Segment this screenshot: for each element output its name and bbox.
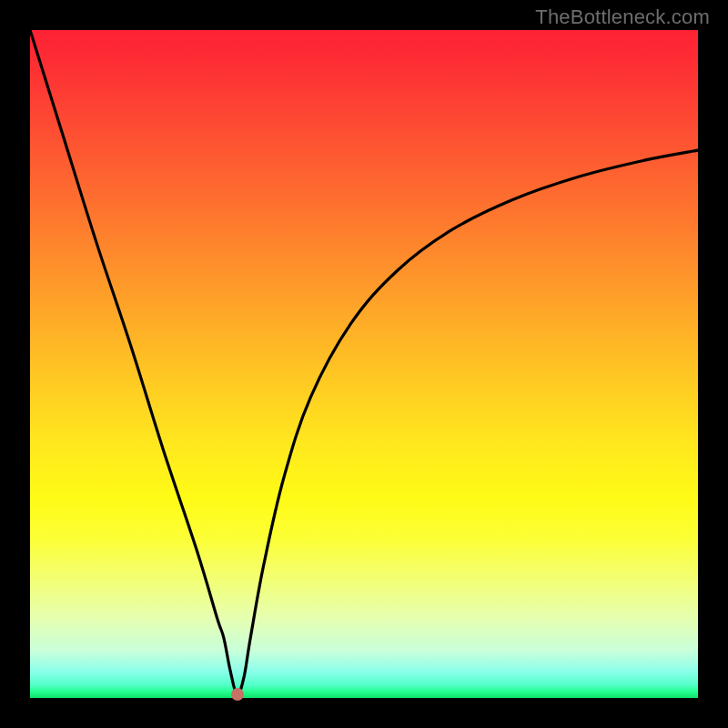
bottleneck-curve bbox=[30, 30, 698, 694]
curve-svg bbox=[30, 30, 698, 698]
optimum-marker bbox=[231, 688, 244, 701]
plot-area bbox=[30, 30, 698, 698]
chart-frame: TheBottleneck.com bbox=[0, 0, 728, 728]
watermark-text: TheBottleneck.com bbox=[535, 5, 710, 29]
